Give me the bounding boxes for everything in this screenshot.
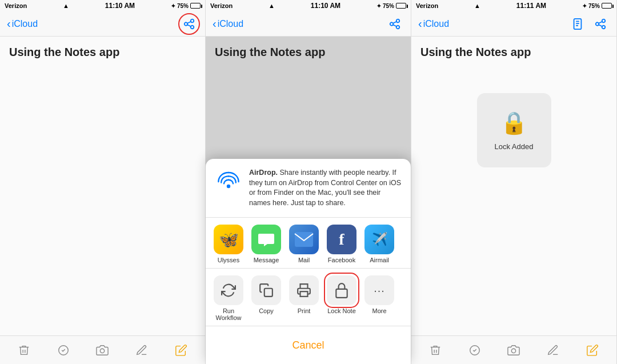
compose-icon-3[interactable] <box>582 340 603 361</box>
battery-pct-3: 75% <box>588 3 600 9</box>
app-item-airmail[interactable]: ✈️ Airmail <box>361 225 398 263</box>
svg-point-2 <box>227 185 230 188</box>
lock-note-icon <box>327 275 356 305</box>
battery-bar-2 <box>396 3 406 9</box>
ulysses-icon: 🦋 <box>214 225 243 254</box>
facebook-label: Facebook <box>328 257 355 263</box>
note-title-3: Using the Notes app <box>420 46 607 59</box>
cancel-button[interactable]: Cancel <box>210 331 406 359</box>
note-title-1: Using the Notes app <box>9 46 196 59</box>
share-button-3b[interactable] <box>591 15 610 33</box>
time-1: 11:10 AM <box>105 2 135 10</box>
pen-icon-3[interactable] <box>543 340 563 361</box>
note-content-3: Using the Notes app 🔒 Lock Added <box>411 37 616 335</box>
time-2: 11:10 AM <box>311 2 340 10</box>
facebook-icon: f <box>327 225 356 254</box>
airdrop-icon <box>215 168 242 195</box>
mail-label: Mail <box>298 257 310 263</box>
bottom-toolbar-3 <box>411 335 616 364</box>
status-bar-2: Verizon ▲ 11:10 AM ✦ 75% <box>206 0 411 11</box>
airmail-label: Airmail <box>370 257 389 263</box>
app-item-facebook[interactable]: f Facebook <box>323 225 360 263</box>
status-icons-1: ✦ 75% <box>171 3 201 9</box>
back-button-3[interactable]: ‹ iCloud <box>418 17 449 30</box>
bluetooth-icon-2: ✦ <box>376 3 381 9</box>
carrier-2: Verizon <box>210 2 233 9</box>
chevron-left-icon-3: ‹ <box>418 17 422 30</box>
airdrop-description: AirDrop. Share instantly with people nea… <box>249 168 402 208</box>
check-circle-icon-1[interactable] <box>53 340 74 361</box>
action-run-workflow[interactable]: RunWorkflow <box>210 275 247 321</box>
camera-icon-1[interactable] <box>92 340 113 361</box>
svg-rect-4 <box>265 289 273 297</box>
message-icon <box>251 225 281 254</box>
action-print[interactable]: Print <box>286 275 322 321</box>
wifi-icon-1: ▲ <box>63 2 69 9</box>
action-more[interactable]: ··· More <box>361 275 398 321</box>
wifi-icon-2: ▲ <box>269 2 275 9</box>
share-button-3a[interactable] <box>568 15 587 33</box>
mail-icon <box>289 225 319 254</box>
back-button-2[interactable]: ‹ iCloud <box>213 17 243 30</box>
check-circle-icon-3[interactable] <box>464 340 485 361</box>
copy-label: Copy <box>259 307 274 314</box>
lock-note-label: Lock Note <box>327 307 356 314</box>
bluetooth-icon-3: ✦ <box>582 3 587 9</box>
carrier-3: Verizon <box>416 2 438 9</box>
message-label: Message <box>254 257 279 263</box>
battery-bar-3 <box>602 3 612 9</box>
app-item-mail[interactable]: Mail <box>286 225 322 263</box>
ulysses-label: Ulysses <box>218 257 240 263</box>
share-icon-2 <box>388 18 401 30</box>
app-item-message[interactable]: Message <box>248 225 285 263</box>
status-bar-1: Verizon ▲ 11:10 AM ✦ 75% <box>0 0 205 11</box>
carrier-1: Verizon <box>5 2 27 9</box>
battery-bar-1 <box>190 3 201 9</box>
lock-added-label: Lock Added <box>495 142 534 151</box>
nav-bar-2: ‹ iCloud <box>206 11 411 37</box>
run-workflow-icon <box>214 275 243 305</box>
share-sheet: AirDrop. Share instantly with people nea… <box>206 159 411 364</box>
print-icon <box>289 275 319 305</box>
lock-icon: 🔒 <box>500 110 527 135</box>
back-label-1: iCloud <box>12 19 38 29</box>
svg-rect-5 <box>301 291 308 297</box>
action-lock-note[interactable]: Lock Note <box>323 275 360 321</box>
bluetooth-icon-1: ✦ <box>171 3 175 9</box>
camera-icon-3[interactable] <box>503 340 524 361</box>
airdrop-section: AirDrop. Share instantly with people nea… <box>206 159 411 218</box>
nav-bar-3: ‹ iCloud <box>411 11 616 37</box>
app-item-ulysses[interactable]: 🦋 Ulysses <box>210 225 247 263</box>
chevron-left-icon-1: ‹ <box>7 17 11 30</box>
airdrop-title: AirDrop. <box>249 169 278 177</box>
pen-icon-1[interactable] <box>131 340 152 361</box>
panel-2: Verizon ▲ 11:10 AM ✦ 75% ‹ iCloud Using … <box>206 0 411 364</box>
status-bar-3: Verizon ▲ 11:11 AM ✦ 75% <box>411 0 616 11</box>
trash-icon-3[interactable] <box>425 340 446 361</box>
share-icon-3a <box>571 18 584 30</box>
panel-3: Verizon ▲ 11:11 AM ✦ 75% ‹ iCloud <box>411 0 617 364</box>
share-button-2[interactable] <box>386 15 404 33</box>
bottom-toolbar-1 <box>0 335 205 364</box>
wifi-icon-3: ▲ <box>474 2 480 9</box>
battery-pct-2: 75% <box>383 3 394 9</box>
back-button-1[interactable]: ‹ iCloud <box>7 17 38 30</box>
note-title-2: Using the Notes app <box>215 46 325 58</box>
print-label: Print <box>298 307 311 314</box>
trash-icon-1[interactable] <box>14 340 34 361</box>
status-icons-2: ✦ 75% <box>376 3 406 9</box>
share-button-1[interactable] <box>180 15 198 33</box>
copy-icon <box>251 275 281 305</box>
note-content-1: Using the Notes app <box>0 37 205 335</box>
time-3: 11:11 AM <box>516 2 546 10</box>
battery-pct-1: 75% <box>177 3 189 9</box>
app-icons-row: 🦋 Ulysses Message Mail <box>206 218 411 269</box>
svg-point-9 <box>512 349 516 353</box>
airmail-icon: ✈️ <box>364 225 394 254</box>
share-icon-3b <box>594 18 607 30</box>
compose-icon-1[interactable] <box>171 340 191 361</box>
share-highlight-circle-1 <box>178 13 200 35</box>
action-copy[interactable]: Copy <box>248 275 285 321</box>
svg-point-1 <box>101 349 105 353</box>
back-label-2: iCloud <box>218 19 243 29</box>
